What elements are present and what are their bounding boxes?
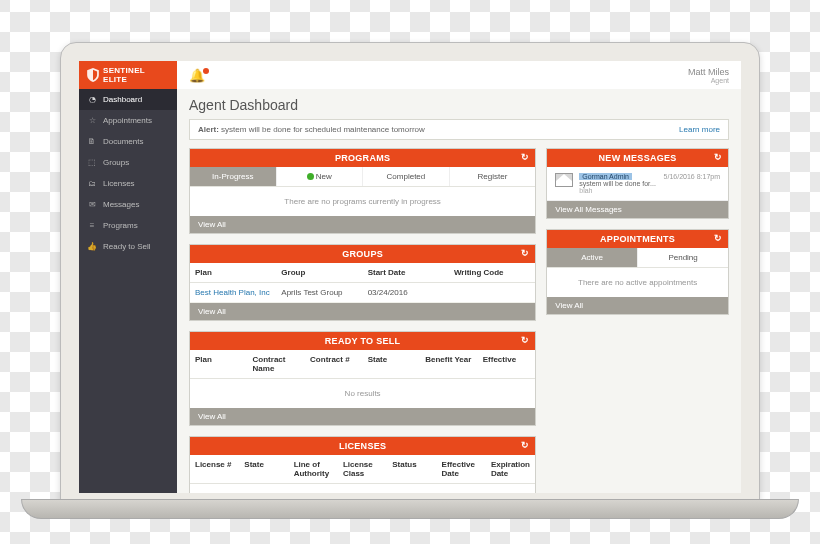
appointments-title: APPOINTMENTS xyxy=(600,234,675,244)
nav-licenses[interactable]: 🗂Licenses xyxy=(79,173,177,194)
messages-panel: NEW MESSAGES↻ Gorman Admin 5/16/2016 8:1… xyxy=(546,148,729,219)
dashboard-icon: ◔ xyxy=(87,95,97,104)
messages-view-all[interactable]: View All Messages xyxy=(547,201,728,218)
ready-view-all[interactable]: View All xyxy=(190,408,535,425)
alert-text: system will be done for scheduled mainte… xyxy=(219,125,425,134)
message-from: Gorman Admin xyxy=(579,173,632,180)
appointments-empty: There are no active appointments xyxy=(547,268,728,297)
alert-learn-more-link[interactable]: Learn more xyxy=(679,125,720,134)
tab-completed[interactable]: Completed xyxy=(363,167,450,186)
programs-view-all[interactable]: View All xyxy=(190,216,535,233)
ready-panel: READY TO SELL↻ Plan Contract Name Contra… xyxy=(189,331,536,426)
licenses-panel: LICENSES↻ License # State Line of Author… xyxy=(189,436,536,493)
message-item[interactable]: Gorman Admin 5/16/2016 8:17pm system wil… xyxy=(547,167,728,201)
programs-title: PROGRAMS xyxy=(335,153,390,163)
main-content: Agent Dashboard Alert: system will be do… xyxy=(177,89,741,493)
nav-groups[interactable]: ⬚Groups xyxy=(79,152,177,173)
groups-panel: GROUPS↻ Plan Group Start Date Writing Co… xyxy=(189,244,536,321)
nav-documents[interactable]: 🗎Documents xyxy=(79,131,177,152)
envelope-icon xyxy=(555,173,573,187)
nav-label: Licenses xyxy=(103,179,135,188)
reload-icon[interactable]: ↻ xyxy=(521,335,529,345)
lic-th: Status xyxy=(387,455,436,483)
tab-in-progress[interactable]: In-Progress xyxy=(190,167,277,186)
screen: SENTINEL ELITE 🔔 Matt Miles Agent ◔Dashb… xyxy=(79,61,741,493)
group-plan-link[interactable]: Best Health Plan, Inc xyxy=(195,288,270,297)
ready-th: Benefit Year xyxy=(420,350,478,378)
brand-logo[interactable]: SENTINEL ELITE xyxy=(79,61,177,89)
message-subject: system will be done for... xyxy=(579,180,720,187)
nav-label: Groups xyxy=(103,158,129,167)
nav-label: Messages xyxy=(103,200,139,209)
reload-icon[interactable]: ↻ xyxy=(521,440,529,450)
reload-icon[interactable]: ↻ xyxy=(521,152,529,162)
groups-th-group: Group xyxy=(276,263,362,282)
user-menu[interactable]: Matt Miles Agent xyxy=(688,67,729,84)
shield-icon xyxy=(87,68,99,82)
notification-bell-icon[interactable]: 🔔 xyxy=(189,68,205,83)
nav-dashboard[interactable]: ◔Dashboard xyxy=(79,89,177,110)
message-date: 5/16/2016 8:17pm xyxy=(664,173,720,180)
nav-label: Appointments xyxy=(103,116,152,125)
nav-label: Documents xyxy=(103,137,143,146)
reload-icon[interactable]: ↻ xyxy=(714,152,722,162)
reload-icon[interactable]: ↻ xyxy=(714,233,722,243)
sidebar: ◔Dashboard ☆Appointments 🗎Documents ⬚Gro… xyxy=(79,89,177,493)
ready-th: State xyxy=(363,350,421,378)
tab-new[interactable]: New xyxy=(277,167,364,186)
appointments-icon: ☆ xyxy=(87,116,97,125)
alert-prefix: Alert: xyxy=(198,125,219,134)
ready-empty: No results xyxy=(190,379,535,408)
groups-th-start: Start Date xyxy=(363,263,449,282)
ready-th: Plan xyxy=(190,350,248,378)
alert-banner: Alert: system will be done for scheduled… xyxy=(189,119,729,140)
groups-th-code: Writing Code xyxy=(449,263,535,282)
lic-th: License # xyxy=(190,455,239,483)
licenses-empty: No results xyxy=(190,484,535,493)
licenses-title: LICENSES xyxy=(339,441,386,451)
lic-th: Effective Date xyxy=(437,455,486,483)
licenses-icon: 🗂 xyxy=(87,179,97,188)
lic-th: License Class xyxy=(338,455,387,483)
groups-th-plan: Plan xyxy=(190,263,276,282)
brand-text: SENTINEL ELITE xyxy=(103,66,169,84)
new-indicator-icon xyxy=(307,173,314,180)
user-role: Agent xyxy=(711,77,729,84)
group-cell xyxy=(449,283,535,302)
nav-ready-to-sell[interactable]: 👍Ready to Sell xyxy=(79,236,177,257)
page-title: Agent Dashboard xyxy=(189,97,729,113)
lic-th: Line of Authority xyxy=(289,455,338,483)
groups-icon: ⬚ xyxy=(87,158,97,167)
messages-title: NEW MESSAGES xyxy=(599,153,677,163)
ready-title: READY TO SELL xyxy=(325,336,401,346)
programs-empty: There are no programs currently in progr… xyxy=(190,187,535,216)
reload-icon[interactable]: ↻ xyxy=(521,248,529,258)
group-cell: Aprils Test Group xyxy=(276,283,362,302)
topbar: SENTINEL ELITE 🔔 Matt Miles Agent xyxy=(79,61,741,89)
nav-messages[interactable]: ✉Messages xyxy=(79,194,177,215)
programs-icon: ≡ xyxy=(87,221,97,230)
notification-badge xyxy=(203,68,209,74)
ready-th: Contract Name xyxy=(248,350,306,378)
programs-panel: PROGRAMS↻ In-Progress New Completed Regi… xyxy=(189,148,536,234)
nav-programs[interactable]: ≡Programs xyxy=(79,215,177,236)
appointments-panel: APPOINTMENTS↻ Active Pending There are n… xyxy=(546,229,729,315)
appointments-view-all[interactable]: View All xyxy=(547,297,728,314)
user-name: Matt Miles xyxy=(688,67,729,77)
laptop-frame: SENTINEL ELITE 🔔 Matt Miles Agent ◔Dashb… xyxy=(60,42,760,502)
documents-icon: 🗎 xyxy=(87,137,97,146)
groups-view-all[interactable]: View All xyxy=(190,303,535,320)
nav-label: Dashboard xyxy=(103,95,142,104)
groups-title: GROUPS xyxy=(342,249,383,259)
tab-register[interactable]: Register xyxy=(450,167,536,186)
tab-pending[interactable]: Pending xyxy=(638,248,728,267)
message-snippet: blah xyxy=(579,187,720,194)
messages-icon: ✉ xyxy=(87,200,97,209)
table-row: Best Health Plan, Inc Aprils Test Group … xyxy=(190,283,535,303)
ready-icon: 👍 xyxy=(87,242,97,251)
ready-th: Contract # xyxy=(305,350,363,378)
ready-th: Effective xyxy=(478,350,536,378)
tab-active[interactable]: Active xyxy=(547,248,638,267)
lic-th: State xyxy=(239,455,288,483)
nav-appointments[interactable]: ☆Appointments xyxy=(79,110,177,131)
